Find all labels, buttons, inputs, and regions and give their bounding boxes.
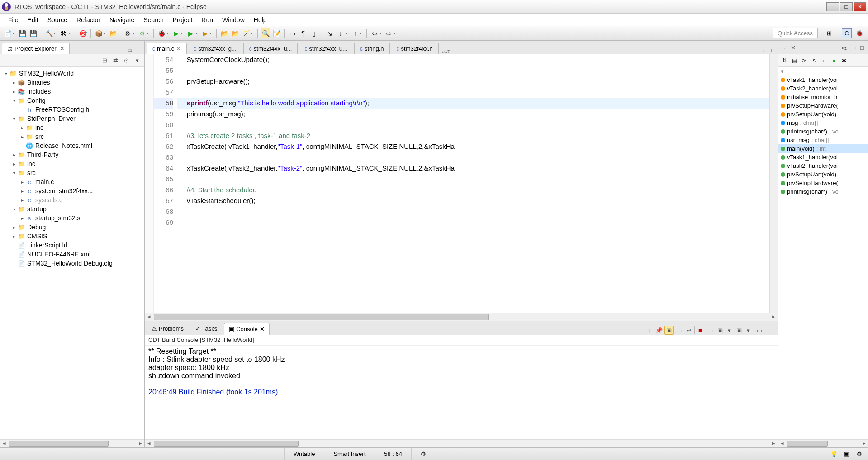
mark-occurrences-icon[interactable]: ▯ [309, 28, 319, 38]
package-icon[interactable]: 📦 [94, 28, 104, 38]
scroll-thumb[interactable] [154, 441, 299, 447]
wand-icon[interactable]: 🪄 [241, 28, 251, 38]
build-icon[interactable]: 🛠 [58, 28, 68, 38]
scroll-right-icon[interactable]: ▸ [769, 313, 778, 321]
scroll-right-icon[interactable]: ▸ [860, 440, 868, 448]
tree-item[interactable]: ▾📁Config [0, 96, 144, 105]
maximize-panel-icon[interactable]: □ [134, 46, 142, 54]
project-tree[interactable]: ▾ 📁 STM32_HelloWorld ▸📦Binaries▸📚Include… [0, 67, 144, 439]
view-menu-icon[interactable]: ✱ [840, 56, 849, 65]
editor-tab[interactable]: cstm32f4xx_g... [188, 43, 242, 54]
overflow-icon[interactable]: »₂ [840, 43, 848, 52]
show-whitespace-icon[interactable]: ¶ [298, 28, 308, 38]
focus-icon[interactable]: ⊙ [122, 56, 131, 65]
outline-item[interactable]: printmsg(char*) : vo [778, 187, 868, 196]
filter-static-icon[interactable]: s [810, 56, 819, 65]
tree-item[interactable]: ▸📚Includes [0, 87, 144, 96]
open-folder-icon[interactable]: 📂 [219, 28, 229, 38]
outline-item[interactable]: vTask1_handler(voi [778, 76, 868, 84]
scroll-left-icon[interactable]: ◂ [778, 440, 786, 448]
console-minimize-icon[interactable]: ▭ [755, 326, 764, 335]
c-cpp-perspective-icon[interactable]: C [842, 28, 852, 38]
scroll-thumb[interactable] [9, 441, 109, 447]
save-all-icon[interactable]: 💾 [28, 28, 38, 38]
open-console-icon[interactable]: ▣ [735, 326, 744, 335]
group-icon[interactable]: ● [830, 56, 839, 65]
word-wrap-icon[interactable]: ↩ [684, 326, 693, 335]
hide-non-public-icon[interactable]: ○ [820, 56, 829, 65]
outline-item[interactable]: prvSetupHardware( [778, 179, 868, 187]
target-icon[interactable]: 🎯 [78, 28, 88, 38]
outline-item[interactable]: initialise_monitor_h [778, 93, 868, 101]
forward-icon[interactable]: ⇨ [384, 28, 394, 38]
editor-tab[interactable]: cstring.h [354, 43, 390, 54]
tree-item[interactable]: ▸csystem_stm32f4xx.c [0, 186, 144, 195]
sort-icon[interactable]: ⇅ [780, 56, 789, 65]
console-tab-console[interactable]: ▣Console✕ [224, 323, 270, 335]
hammer-icon[interactable]: 🔨 [44, 28, 54, 38]
open-type-icon[interactable]: 📂 [230, 28, 240, 38]
tree-item[interactable]: ▸📁Debug [0, 223, 144, 232]
editor-vscrollbar[interactable] [769, 54, 778, 313]
tree-item[interactable]: ▸sstartup_stm32.s [0, 213, 144, 223]
green-gear-icon[interactable]: ⚙ [137, 28, 147, 38]
scroll-lock-down-icon[interactable]: ↓ [645, 326, 654, 335]
console-maximize-icon[interactable]: □ [765, 326, 774, 335]
project-explorer-tab[interactable]: 🗂 Project Explorer ✕ [2, 43, 70, 54]
new-icon[interactable]: 📄 [3, 28, 13, 38]
tree-item[interactable]: ▾📁StdPeriph_Driver [0, 114, 144, 123]
close-icon[interactable]: ✕ [260, 326, 265, 332]
menu-window[interactable]: Window [218, 14, 249, 25]
progress-icon[interactable]: ⚙ [854, 449, 864, 459]
next-annotation-icon[interactable]: ↓ [336, 28, 346, 38]
editor-tab[interactable]: cmain.c✕ [147, 43, 187, 54]
tree-item[interactable]: 📄LinkerScript.ld [0, 241, 144, 250]
line-gutter[interactable]: 54555657585960616263646566676869 [154, 54, 177, 313]
updates-icon[interactable]: ▣ [842, 449, 852, 459]
outline-item[interactable]: prvSetupUart(void) [778, 110, 868, 119]
tree-item[interactable]: hFreeRTOSConfig.h [0, 105, 144, 114]
outline-item[interactable]: usr_msg : char[] [778, 136, 868, 144]
annotation-icon[interactable]: 📝 [271, 28, 281, 38]
editor-tab[interactable]: cstm32f4xx_u... [243, 43, 298, 54]
maximize-editor-icon[interactable]: □ [766, 46, 774, 54]
menu-search[interactable]: Search [139, 14, 168, 25]
code-editor[interactable]: 54555657585960616263646566676869 SystemC… [145, 54, 778, 313]
scroll-left-icon[interactable]: ◂ [0, 440, 8, 448]
debug-icon[interactable]: 🐞 [157, 28, 166, 38]
show-on-output-icon[interactable]: ▣ [664, 326, 674, 335]
menu-source[interactable]: Source [43, 14, 72, 25]
stop-icon[interactable]: ■ [696, 326, 705, 335]
outline-tab-icon[interactable]: ○ [780, 43, 788, 52]
outline-item[interactable]: vTask2_handler(voi [778, 84, 868, 93]
outline-item[interactable]: vTask2_handler(voi [778, 161, 868, 170]
editor-tab[interactable]: cstm32f4xx_u... [299, 43, 353, 54]
open-perspective-icon[interactable]: ⊞ [824, 28, 834, 38]
tree-item[interactable]: ▸📁inc [0, 123, 144, 132]
link-editor-icon[interactable]: ⇄ [111, 56, 120, 65]
menu-refactor[interactable]: Refactor [72, 14, 105, 25]
menu-navigate[interactable]: Navigate [105, 14, 139, 25]
menu-file[interactable]: File [4, 14, 23, 25]
collapse-icon[interactable]: ▾ [781, 68, 784, 75]
tree-item[interactable]: 📄NUCLEO-F446RE.xml [0, 250, 144, 259]
tree-item[interactable]: 📄STM32_HelloWorld Debug.cfg [0, 259, 144, 268]
maximize-button[interactable]: □ [840, 2, 853, 11]
view-menu-icon[interactable]: ▾ [133, 56, 142, 65]
tree-item[interactable]: ▸📦Binaries [0, 78, 144, 87]
save-icon[interactable]: 💾 [17, 28, 27, 38]
tip-icon[interactable]: 💡 [829, 449, 839, 459]
close-button[interactable]: ✕ [854, 2, 866, 11]
tree-item[interactable]: ▸📁Third-Party [0, 150, 144, 159]
tree-item[interactable]: ▸csyscalls.c [0, 195, 144, 204]
filter-az-icon[interactable]: aᶻ [800, 56, 809, 65]
new-console-icon[interactable]: ▭ [706, 326, 715, 335]
scroll-left-icon[interactable]: ◂ [145, 440, 153, 448]
pin-console-icon[interactable]: 📌 [655, 326, 664, 335]
outline-item[interactable]: main(void) : int [778, 144, 868, 153]
tree-item[interactable]: ▸📁CMSIS [0, 232, 144, 241]
debug-perspective-icon[interactable]: 🐞 [854, 28, 864, 38]
folder-icon[interactable]: 📂 [108, 28, 118, 38]
scroll-right-icon[interactable]: ▸ [769, 440, 778, 448]
display-console-icon[interactable]: ▣ [716, 326, 725, 335]
